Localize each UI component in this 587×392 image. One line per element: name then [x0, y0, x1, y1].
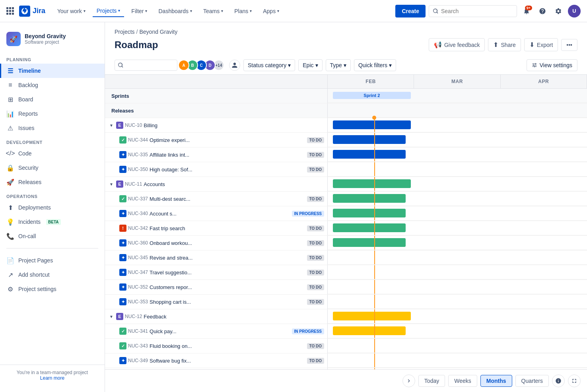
task-row-nuc347[interactable]: ✦ NUC-347 Travel suggestio... TO DO	[105, 265, 587, 280]
nav-dashboards[interactable]: Dashboards▾	[154, 6, 196, 17]
row-id-nuc335: NUC-335	[128, 152, 148, 157]
sidebar-item-releases[interactable]: 🚀 Releases	[0, 175, 105, 189]
task-row-nuc341[interactable]: ✓ NUC-341 Quick pay... IN PROGRESS	[105, 324, 587, 339]
info-button[interactable]	[552, 375, 565, 387]
nav-plans[interactable]: Plans▾	[230, 6, 256, 17]
grid-menu-icon[interactable]	[6, 7, 14, 15]
task-row-nuc360[interactable]: ✦ NUC-360 Onboard workou... TO DO	[105, 236, 587, 250]
row-id-nuc337: NUC-337	[128, 196, 148, 202]
chevron-down-icon: ▾	[344, 62, 346, 68]
sidebar-item-board[interactable]: ⊞ Board	[0, 92, 105, 107]
user-avatar[interactable]: U	[568, 5, 581, 17]
fullscreen-button[interactable]	[568, 375, 581, 387]
story-icon-nuc343: ✓	[119, 342, 126, 349]
type-filter[interactable]: Type ▾	[326, 59, 351, 71]
task-row-nuc352[interactable]: ✦ NUC-352 Customers repor... TO DO	[105, 280, 587, 295]
nav-teams[interactable]: Teams▾	[199, 6, 227, 17]
sidebar-item-add-shortcut[interactable]: ↗ Add shortcut	[0, 268, 105, 282]
board-icon: ⊞	[6, 95, 14, 103]
quick-filters[interactable]: Quick filters ▾	[354, 59, 396, 71]
sidebar-item-security[interactable]: 🔒 Security	[0, 161, 105, 175]
quarters-button[interactable]: Quarters	[515, 375, 549, 387]
footer-learn-more[interactable]: Learn more	[6, 375, 98, 381]
breadcrumb-project[interactable]: Beyond Gravity	[139, 29, 177, 35]
sidebar-item-deployments[interactable]: ⬆ Deployments	[0, 200, 105, 215]
status-nuc353: TO DO	[307, 299, 324, 305]
epic-row-nuc12[interactable]: ▼ E NUC-12 Feedback	[105, 309, 587, 324]
row-id-nuc11: NUC-11	[125, 181, 142, 187]
nav-your-work[interactable]: Your work▾	[53, 6, 89, 17]
task-icon-nuc347: ✦	[119, 269, 126, 276]
more-options-button[interactable]: •••	[561, 39, 577, 51]
sidebar-item-project-pages[interactable]: 📄 Project Pages	[0, 253, 105, 268]
row-label-nuc343: Fluid booking on...	[150, 343, 305, 349]
status-category-filter[interactable]: Status category ▾	[243, 59, 295, 71]
row-id-nuc342: NUC-342	[128, 225, 148, 231]
row-label-nuc347: Travel suggestio...	[150, 270, 305, 276]
task-row-nuc337[interactable]: ✓ NUC-337 Multi-dest searc... TO DO	[105, 192, 587, 206]
months-button[interactable]: Months	[480, 375, 512, 387]
nav-projects[interactable]: Projects▾	[93, 5, 124, 17]
logo[interactable]: Jira	[19, 6, 45, 17]
sidebar-item-code[interactable]: </> Code	[0, 146, 105, 161]
export-button[interactable]: ⬇ Export	[524, 38, 558, 51]
sidebar-item-project-settings[interactable]: ⚙ Project settings	[0, 282, 105, 296]
project-avatar: 🚀	[6, 32, 21, 46]
task-row-nuc350[interactable]: ✦ NUC-350 High outage: Sof... TO DO	[105, 162, 587, 177]
sidebar-item-backlog[interactable]: ≡ Backlog	[0, 78, 105, 92]
notifications-button[interactable]: 9+	[520, 5, 533, 17]
epic-row-nuc10[interactable]: ▼ E NUC-10 Billing	[105, 118, 587, 133]
row-id-nuc349: NUC-349	[128, 358, 148, 363]
create-button[interactable]: Create	[395, 5, 426, 17]
epic-row-nuc11[interactable]: ▼ E NUC-11 Accounts	[105, 177, 587, 192]
bar-nuc340	[333, 209, 406, 217]
breadcrumb: Projects / Beyond Gravity	[105, 22, 587, 37]
chart-nuc341	[328, 324, 587, 338]
row-id-nuc353: NUC-353	[128, 299, 148, 305]
chart-nuc345	[328, 250, 587, 265]
expand-nuc12[interactable]: ▼	[108, 313, 115, 320]
story-icon-nuc341: ✓	[119, 328, 126, 335]
sidebar-item-issues[interactable]: ⚠ Issues	[0, 121, 105, 135]
task-row-nuc342[interactable]: ! NUC-342 Fast trip search TO DO	[105, 221, 587, 236]
nav-filter[interactable]: Filter▾	[127, 6, 151, 17]
view-settings-icon	[532, 62, 537, 68]
scroll-left-button[interactable]	[402, 375, 415, 387]
row-label-nuc335: Affiliate links int...	[150, 152, 305, 158]
task-row-nuc353[interactable]: ✦ NUC-353 Shopping cart is... TO DO	[105, 295, 587, 309]
task-row-nuc335[interactable]: ✦ NUC-335 Affiliate links int... TO DO	[105, 147, 587, 162]
task-row-nuc344[interactable]: ✓ NUC-344 Optimize experi... TO DO	[105, 133, 587, 147]
sidebar-item-timeline[interactable]: ☰ Timeline	[0, 64, 105, 78]
releases-icon: 🚀	[6, 178, 14, 186]
breadcrumb-projects[interactable]: Projects	[115, 29, 135, 35]
sidebar-item-incidents[interactable]: 💡 Incidents BETA	[0, 215, 105, 229]
status-nuc349: TO DO	[307, 358, 324, 364]
status-nuc344: TO DO	[307, 137, 324, 143]
view-settings-button[interactable]: View settings	[527, 59, 577, 71]
share-button[interactable]: ⬆ Share	[488, 38, 521, 51]
expand-nuc11[interactable]: ▼	[108, 181, 115, 187]
search-box[interactable]	[429, 5, 517, 17]
task-icon-nuc352: ✦	[119, 283, 126, 291]
avatar-1[interactable]: A	[178, 60, 189, 71]
help-button[interactable]	[536, 5, 549, 17]
epic-filter[interactable]: Epic ▾	[298, 59, 322, 71]
search-input[interactable]	[441, 8, 513, 14]
nav-apps[interactable]: Apps▾	[259, 6, 283, 17]
roadmap-search-input[interactable]	[126, 62, 174, 68]
sidebar-item-oncall[interactable]: 📞 On-call	[0, 229, 105, 243]
today-button[interactable]: Today	[418, 375, 445, 387]
person-filter-button[interactable]	[229, 60, 240, 71]
task-row-nuc349[interactable]: ✦ NUC-349 Software bug fix... TO DO	[105, 353, 587, 368]
row-label-nuc342: Fast trip search	[150, 225, 305, 231]
task-row-nuc343[interactable]: ✓ NUC-343 Fluid booking on... TO DO	[105, 339, 587, 353]
weeks-button[interactable]: Weeks	[448, 375, 477, 387]
sidebar-item-reports[interactable]: 📊 Reports	[0, 107, 105, 121]
filter-search[interactable]	[115, 60, 177, 71]
expand-nuc10[interactable]: ▼	[108, 122, 115, 128]
give-feedback-button[interactable]: 📢 Give feedback	[429, 38, 485, 51]
status-nuc352: TO DO	[307, 284, 324, 290]
task-row-nuc340[interactable]: ✦ NUC-340 Account s... IN PROGRESS	[105, 206, 587, 221]
task-row-nuc345[interactable]: ✦ NUC-345 Revise and strea... TO DO	[105, 250, 587, 265]
settings-button[interactable]	[552, 5, 565, 17]
